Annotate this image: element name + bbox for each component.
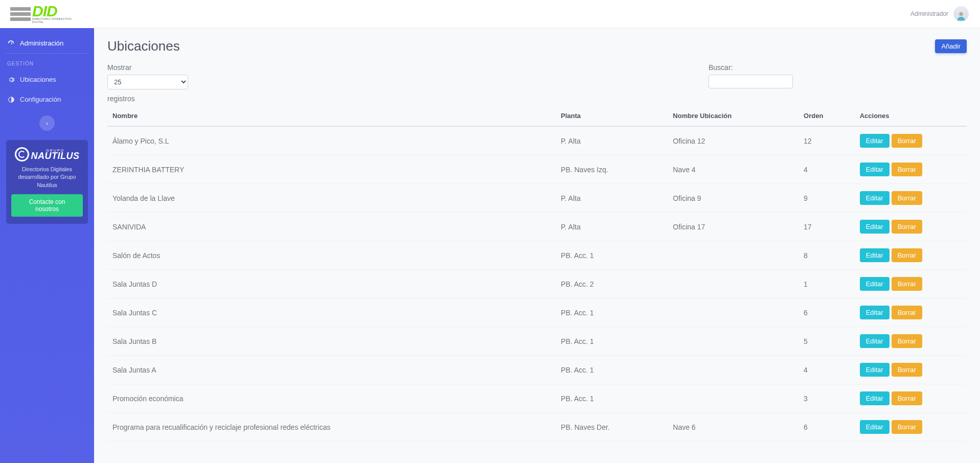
sidebar-item-configuracion[interactable]: Configuración <box>0 89 94 109</box>
cell-orden: 4 <box>799 356 855 384</box>
col-header-acciones: Acciones <box>855 106 967 126</box>
col-header-nombre[interactable]: Nombre <box>107 106 556 126</box>
cell-nombre-ubicacion <box>668 384 799 413</box>
cell-planta: PB. Acc. 1 <box>556 356 668 384</box>
cell-nombre-ubicacion <box>668 241 799 270</box>
menu-bars-icon <box>10 7 31 21</box>
user-label: Administrador <box>910 10 948 17</box>
cell-orden: 17 <box>799 213 855 241</box>
add-button[interactable]: Añadir <box>935 39 967 53</box>
records-label: registros <box>107 95 967 103</box>
logo-text: DID <box>32 5 84 18</box>
delete-button[interactable]: Borrar <box>892 163 922 176</box>
col-header-orden[interactable]: Orden <box>799 106 855 126</box>
svg-point-1 <box>959 12 963 16</box>
edit-button[interactable]: Editar <box>860 391 890 405</box>
edit-button[interactable]: Editar <box>860 163 890 176</box>
cell-nombre: ZERINTHIA BATTERY <box>107 155 556 184</box>
delete-button[interactable]: Borrar <box>892 420 922 434</box>
cell-planta: P. Alta <box>556 213 668 241</box>
sidebar: DID DIRECTORIO INTERACTIVO DIGITAL Admin… <box>0 0 94 463</box>
edit-button[interactable]: Editar <box>860 334 890 348</box>
locations-table: Nombre Planta Nombre Ubicación Orden Acc… <box>107 106 967 442</box>
search-label: Buscar: <box>709 63 793 72</box>
contrast-icon <box>7 96 15 103</box>
delete-button[interactable]: Borrar <box>892 248 922 262</box>
delete-button[interactable]: Borrar <box>892 306 922 319</box>
search-input[interactable] <box>709 75 793 88</box>
sidebar-section-label: GESTIÓN <box>0 54 94 70</box>
table-row: Salón de ActosPB. Acc. 18EditarBorrar <box>107 241 967 270</box>
col-header-planta[interactable]: Planta <box>556 106 668 126</box>
gear-icon <box>7 76 15 83</box>
delete-button[interactable]: Borrar <box>892 191 922 205</box>
edit-button[interactable]: Editar <box>860 134 890 148</box>
delete-button[interactable]: Borrar <box>892 391 922 405</box>
table-row: Programa para recualificación y reciclaj… <box>107 413 967 442</box>
cell-planta: PB. Naves Izq. <box>556 155 668 184</box>
cell-nombre: Sala Juntas D <box>107 270 556 298</box>
table-row: SANIVIDAP. AltaOficina 1717EditarBorrar <box>107 213 967 241</box>
cell-nombre-ubicacion <box>668 356 799 384</box>
col-header-nombre-ubicacion[interactable]: Nombre Ubicación <box>668 106 799 126</box>
cell-nombre: Sala Juntas A <box>107 356 556 384</box>
delete-button[interactable]: Borrar <box>892 134 922 148</box>
delete-button[interactable]: Borrar <box>892 334 922 348</box>
cell-nombre: Sala Juntas C <box>107 298 556 327</box>
logo[interactable]: DID DIRECTORIO INTERACTIVO DIGITAL <box>0 0 94 28</box>
cell-nombre-ubicacion <box>668 270 799 298</box>
cell-nombre-ubicacion: Nave 6 <box>668 413 799 442</box>
cell-nombre-ubicacion: Nave 4 <box>668 155 799 184</box>
cell-orden: 12 <box>799 126 855 155</box>
cell-nombre-ubicacion <box>668 298 799 327</box>
cell-nombre: Yolanda de la Llave <box>107 184 556 213</box>
delete-button[interactable]: Borrar <box>892 220 922 234</box>
edit-button[interactable]: Editar <box>860 248 890 262</box>
cell-orden: 5 <box>799 327 855 356</box>
promo-logo: GRUPO NAUTILUS <box>15 147 80 161</box>
sidebar-item-admin[interactable]: Administración <box>0 33 94 53</box>
cell-orden: 4 <box>799 155 855 184</box>
cell-nombre-ubicacion: Oficina 9 <box>668 184 799 213</box>
sidebar-item-label: Ubicaciones <box>20 76 56 83</box>
edit-button[interactable]: Editar <box>860 306 890 319</box>
edit-button[interactable]: Editar <box>860 420 890 434</box>
cell-acciones: EditarBorrar <box>855 298 967 327</box>
edit-button[interactable]: Editar <box>860 363 890 377</box>
cell-orden: 8 <box>799 241 855 270</box>
chevron-left-icon: ‹ <box>46 120 48 126</box>
cell-acciones: EditarBorrar <box>855 126 967 155</box>
delete-button[interactable]: Borrar <box>892 277 922 291</box>
cell-nombre-ubicacion: Oficina 17 <box>668 213 799 241</box>
per-page-select[interactable]: 25 <box>107 75 188 89</box>
cell-planta: P. Alta <box>556 184 668 213</box>
edit-button[interactable]: Editar <box>860 277 890 291</box>
cell-planta: P. Alta <box>556 126 668 155</box>
contact-button[interactable]: Contacte con nosotros <box>11 194 83 217</box>
cell-acciones: EditarBorrar <box>855 384 967 413</box>
cell-planta: PB. Acc. 2 <box>556 270 668 298</box>
delete-button[interactable]: Borrar <box>892 363 922 377</box>
dashboard-icon <box>7 39 15 47</box>
sidebar-item-ubicaciones[interactable]: Ubicaciones <box>0 70 94 89</box>
cell-acciones: EditarBorrar <box>855 184 967 213</box>
edit-button[interactable]: Editar <box>860 191 890 205</box>
table-row: Promoción económicaPB. Acc. 13EditarBorr… <box>107 384 967 413</box>
cell-acciones: EditarBorrar <box>855 356 967 384</box>
table-row: Sala Juntas CPB. Acc. 16EditarBorrar <box>107 298 967 327</box>
promo-box: GRUPO NAUTILUS Directorios Digitales des… <box>6 140 88 224</box>
page-title: Ubicaciones <box>107 38 180 54</box>
collapse-sidebar-button[interactable]: ‹ <box>39 115 55 131</box>
cell-nombre: Salón de Actos <box>107 241 556 270</box>
cell-acciones: EditarBorrar <box>855 270 967 298</box>
edit-button[interactable]: Editar <box>860 220 890 234</box>
cell-acciones: EditarBorrar <box>855 155 967 184</box>
topbar: Administrador <box>94 0 980 28</box>
table-row: Yolanda de la LlaveP. AltaOficina 99Edit… <box>107 184 967 213</box>
cell-orden: 6 <box>799 298 855 327</box>
cell-nombre: SANIVIDA <box>107 213 556 241</box>
avatar[interactable] <box>953 6 969 21</box>
user-icon <box>955 10 967 21</box>
cell-planta: PB. Acc. 1 <box>556 298 668 327</box>
promo-description: Directorios Digitales desarrollado por G… <box>11 166 83 189</box>
